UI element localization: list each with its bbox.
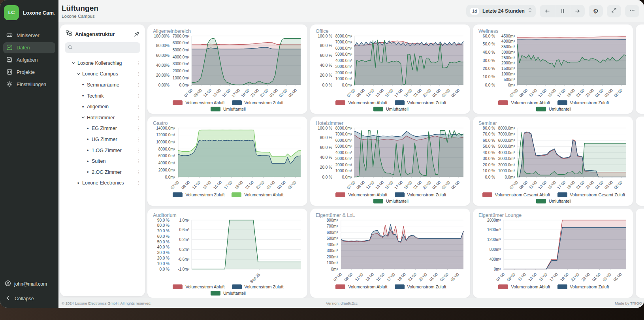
prev-period-button[interactable] xyxy=(540,5,555,17)
legend-item[interactable]: Volumenstrom Zuluft xyxy=(232,284,284,290)
svg-text:1000.0m³: 1000.0m³ xyxy=(498,169,515,173)
legend-item[interactable]: Volumenstrom Abluft xyxy=(335,192,387,198)
fullscreen-button[interactable] xyxy=(607,5,621,17)
kebab-menu-icon[interactable]: ⋮ xyxy=(136,180,141,186)
next-period-button[interactable] xyxy=(570,5,585,17)
legend-item[interactable]: Umluftanteil xyxy=(211,290,246,296)
pin-panel-button[interactable] xyxy=(134,31,139,37)
kebab-menu-icon[interactable]: ⋮ xyxy=(136,71,141,77)
sidebar-item-projekte[interactable]: Projekte xyxy=(3,67,55,78)
tree-item[interactable]: Loxone Campus⋮ xyxy=(60,69,145,80)
legend-item[interactable]: Volumenstrom Abluft xyxy=(498,100,550,106)
legend-item[interactable]: Volumenstrom Zuluft xyxy=(557,284,609,290)
more-options-button[interactable] xyxy=(625,5,639,17)
kebab-menu-icon[interactable]: ⋮ xyxy=(136,104,141,109)
chart-plot[interactable]: 100.00%80.00%60.00%40.00%20.00%0.00%7000… xyxy=(152,34,303,100)
time-range-label: Letzte 24 Stunden xyxy=(482,8,525,14)
chart-plot[interactable]: 60.0 %50.0 %40.0 %30.0 %20.0 %10.0 %0.0 … xyxy=(478,34,628,100)
legend-item[interactable]: Volumenstrom Abluft xyxy=(335,100,387,106)
chart-plot[interactable]: 14000.0m³12000.0m³10000.0m³8000.0m³6000.… xyxy=(152,126,303,192)
legend-item[interactable]: Umluftanteil xyxy=(536,198,571,204)
legend-item[interactable]: Volumenstrom Gesamt Zuluft xyxy=(557,192,625,198)
made-by-text: Made by TRIGO xyxy=(615,301,642,305)
user-icon xyxy=(5,280,11,288)
chart-plot[interactable]: 100.0 %80.0 %60.0 %40.0 %20.0 %0.0 %8000… xyxy=(315,34,465,100)
legend-item[interactable]: Volumenstrom Zuluft xyxy=(395,284,446,290)
sidebar-item-aufgaben[interactable]: Aufgaben xyxy=(3,55,55,66)
tree-panel-title: Anlagenstruktur xyxy=(75,31,115,37)
legend-item[interactable]: Volumenstrom Abluft xyxy=(173,100,224,106)
svg-text:15:00: 15:00 xyxy=(384,180,394,190)
legend-item[interactable]: Volumenstrom Abluft xyxy=(498,284,550,290)
kebab-menu-icon[interactable]: ⋮ xyxy=(136,115,141,120)
kebab-menu-icon[interactable]: ⋮ xyxy=(136,93,141,99)
svg-text:17:00: 17:00 xyxy=(556,180,567,190)
legend-label: Volumenstrom Gesamt Zuluft xyxy=(570,192,625,198)
legend-item[interactable]: Volumenstrom Zuluft xyxy=(173,192,224,198)
legend-item[interactable]: Volumenstrom Gesamt Abluft xyxy=(482,192,550,198)
search-input[interactable] xyxy=(75,45,137,51)
svg-text:400m³: 400m³ xyxy=(327,243,338,247)
kebab-menu-icon[interactable]: ⋮ xyxy=(136,82,141,88)
tree-item[interactable]: •Allgemein⋮ xyxy=(60,101,145,112)
tree-item[interactable]: •Suiten⋮ xyxy=(60,156,145,167)
chart-plot[interactable]: 80.0 %70.0 %60.0 %50.0 %40.0 %30.0 %20.0… xyxy=(478,126,628,192)
kebab-menu-icon[interactable]: ⋮ xyxy=(136,169,141,175)
tree-item[interactable]: •UG Zimmer⋮ xyxy=(60,134,145,145)
chart-plot[interactable]: 90.0 %80.0 %70.0 %60.0 %50.0 %40.0 %30.0… xyxy=(152,218,303,284)
pause-live-button[interactable] xyxy=(555,5,570,17)
settings-gear-button[interactable]: ⚙ xyxy=(589,5,603,17)
legend-label: Volumenstrom Zuluft xyxy=(407,100,446,106)
svg-text:05:00: 05:00 xyxy=(613,180,623,190)
svg-text:0.0m³: 0.0m³ xyxy=(505,175,515,179)
svg-text:70.0 %: 70.0 % xyxy=(157,229,169,233)
legend-item[interactable]: Volumenstrom Abluft xyxy=(232,192,283,198)
chart-plot[interactable]: 800m³700m³600m³500m³400m³300m³200m³100m³… xyxy=(315,218,465,284)
svg-text:2000.0m³: 2000.0m³ xyxy=(335,71,352,75)
legend-item[interactable]: Umluftanteil xyxy=(373,198,409,204)
chart-title: Allgemeinbereich xyxy=(153,28,304,34)
kebab-menu-icon[interactable]: ⋮ xyxy=(136,158,141,164)
legend-item[interactable]: Volumenstrom Zuluft xyxy=(395,192,446,198)
tree-item[interactable]: Loxone Kollerschlag⋮ xyxy=(60,58,145,69)
svg-text:600m³: 600m³ xyxy=(327,230,338,235)
tree-item[interactable]: •Seminarräume⋮ xyxy=(60,79,145,90)
legend-item[interactable]: Umluftanteil xyxy=(373,106,409,112)
legend-item[interactable]: Volumenstrom Zuluft xyxy=(395,100,446,106)
svg-text:09:00: 09:00 xyxy=(356,180,366,190)
collapse-sidebar-button[interactable]: Collapse xyxy=(5,296,54,301)
legend-label: Volumenstrom Zuluft xyxy=(245,100,284,106)
legend-item[interactable]: Volumenstrom Zuluft xyxy=(232,100,284,106)
svg-text:23:00: 23:00 xyxy=(585,88,595,98)
legend-item[interactable]: Volumenstrom Abluft xyxy=(173,284,224,290)
svg-text:21:00: 21:00 xyxy=(412,180,423,190)
legend-label: Volumenstrom Gesamt Abluft xyxy=(495,192,550,198)
tree-item[interactable]: •Loxone Electronics⋮ xyxy=(60,178,145,189)
kebab-menu-icon[interactable]: ⋮ xyxy=(136,148,141,153)
svg-text:7000.0m³: 7000.0m³ xyxy=(335,132,352,136)
sidebar-item-daten[interactable]: Daten xyxy=(3,42,55,53)
kebab-menu-icon[interactable]: ⋮ xyxy=(136,137,141,142)
tree-item[interactable]: •Technik⋮ xyxy=(60,90,145,102)
user-account[interactable]: john@mail.com xyxy=(5,280,54,288)
chart-plot[interactable]: 100.0 %80.0 %60.0 %40.0 %20.0 %0.0 %8000… xyxy=(315,126,465,192)
legend-item[interactable]: Volumenstrom Abluft xyxy=(335,284,387,290)
tree-item[interactable]: •2.OG Zimmer⋮ xyxy=(60,167,145,178)
legend-item[interactable]: Umluftanteil xyxy=(536,106,571,112)
kebab-menu-icon[interactable]: ⋮ xyxy=(136,60,141,66)
legend-item[interactable]: Volumenstrom Zuluft xyxy=(557,100,609,106)
legend-swatch xyxy=(395,192,405,197)
svg-text:17:00: 17:00 xyxy=(223,180,233,190)
kebab-menu-icon[interactable]: ⋮ xyxy=(136,126,141,131)
svg-text:800m³: 800m³ xyxy=(490,247,501,252)
svg-text:0.0m³: 0.0m³ xyxy=(179,83,189,87)
legend-item[interactable]: Umluftanteil xyxy=(211,106,246,112)
chart-plot[interactable]: 2000m³1600m³1200m³800m³400m³0m³07:0009:0… xyxy=(478,218,628,284)
tree-item[interactable]: •1.OG Zimmer⋮ xyxy=(60,145,145,156)
tree-item[interactable]: •EG Zimmer⋮ xyxy=(60,123,145,134)
sidebar-item-einstellungen[interactable]: Einstellungen xyxy=(3,79,55,90)
sidebar-item-miniserver[interactable]: Miniserver xyxy=(3,30,55,41)
time-range-select[interactable]: 1d Letzte 24 Stunden xyxy=(466,5,536,17)
tree-item[interactable]: Hotelzimmer⋮ xyxy=(60,112,145,123)
workspace-switcher[interactable]: LC Loxone Cam... xyxy=(0,0,58,29)
